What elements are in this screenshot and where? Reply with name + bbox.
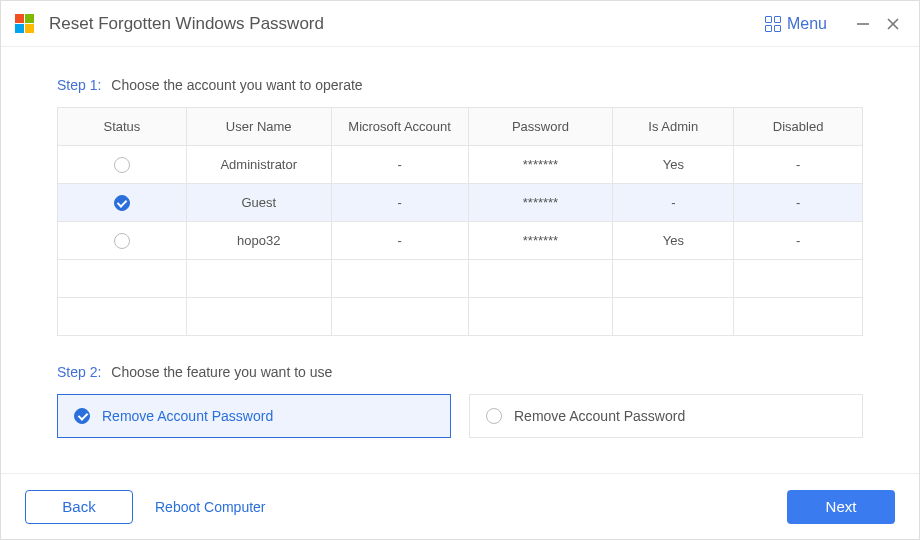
- step1-heading: Step 1: Choose the account you want to o…: [57, 77, 863, 93]
- row-radio[interactable]: [114, 233, 130, 249]
- step2-text: Choose the feature you want to use: [111, 364, 332, 380]
- step1-text: Choose the account you want to operate: [111, 77, 362, 93]
- cell-ms_account: [331, 260, 468, 298]
- back-button[interactable]: Back: [25, 490, 133, 524]
- content-area: Step 1: Choose the account you want to o…: [1, 47, 919, 473]
- col-disabled: Disabled: [734, 108, 863, 146]
- feature-option-0[interactable]: Remove Account Password: [57, 394, 451, 438]
- step2-heading: Step 2: Choose the feature you want to u…: [57, 364, 863, 380]
- close-icon: [886, 17, 900, 31]
- table-row: [58, 260, 863, 298]
- accounts-tbody: Administrator-*******Yes-Guest-*******--…: [58, 146, 863, 336]
- cell-status: [58, 298, 187, 336]
- cell-password: *******: [468, 222, 613, 260]
- reboot-link[interactable]: Reboot Computer: [155, 499, 266, 515]
- app-title: Reset Forgotten Windows Password: [49, 14, 324, 34]
- menu-label: Menu: [787, 15, 827, 33]
- step2-label: Step 2:: [57, 364, 101, 380]
- cell-ms_account: -: [331, 222, 468, 260]
- cell-is_admin: [613, 298, 734, 336]
- cell-status: [58, 146, 187, 184]
- feature-label: Remove Account Password: [102, 408, 273, 424]
- app-window: Reset Forgotten Windows Password Menu St…: [0, 0, 920, 540]
- table-row[interactable]: Administrator-*******Yes-: [58, 146, 863, 184]
- feature-option-1[interactable]: Remove Account Password: [469, 394, 863, 438]
- logo-tile: [25, 24, 34, 33]
- cell-is_admin: -: [613, 184, 734, 222]
- cell-ms_account: -: [331, 184, 468, 222]
- step1-label: Step 1:: [57, 77, 101, 93]
- cell-is_admin: Yes: [613, 222, 734, 260]
- close-button[interactable]: [881, 12, 905, 36]
- cell-username: hopo32: [186, 222, 331, 260]
- table-header-row: Status User Name Microsoft Account Passw…: [58, 108, 863, 146]
- logo-tile: [25, 14, 34, 23]
- app-logo: [15, 14, 35, 34]
- table-row[interactable]: Guest-*******--: [58, 184, 863, 222]
- menu-button[interactable]: Menu: [765, 15, 827, 33]
- cell-disabled: [734, 298, 863, 336]
- cell-disabled: -: [734, 184, 863, 222]
- table-row: [58, 298, 863, 336]
- row-radio[interactable]: [114, 195, 130, 211]
- logo-tile: [15, 24, 24, 33]
- cell-password: [468, 298, 613, 336]
- table-row[interactable]: hopo32-*******Yes-: [58, 222, 863, 260]
- minimize-button[interactable]: [851, 12, 875, 36]
- accounts-table: Status User Name Microsoft Account Passw…: [57, 107, 863, 336]
- cell-password: *******: [468, 184, 613, 222]
- col-username: User Name: [186, 108, 331, 146]
- feature-radio: [74, 408, 90, 424]
- row-radio[interactable]: [114, 157, 130, 173]
- cell-disabled: [734, 260, 863, 298]
- col-password: Password: [468, 108, 613, 146]
- cell-disabled: -: [734, 222, 863, 260]
- feature-label: Remove Account Password: [514, 408, 685, 424]
- cell-username: [186, 260, 331, 298]
- cell-status: [58, 222, 187, 260]
- feature-radio: [486, 408, 502, 424]
- cell-ms_account: -: [331, 146, 468, 184]
- cell-is_admin: Yes: [613, 146, 734, 184]
- col-msaccount: Microsoft Account: [331, 108, 468, 146]
- cell-ms_account: [331, 298, 468, 336]
- titlebar: Reset Forgotten Windows Password Menu: [1, 1, 919, 47]
- cell-username: Guest: [186, 184, 331, 222]
- step2-section: Step 2: Choose the feature you want to u…: [57, 364, 863, 438]
- cell-username: Administrator: [186, 146, 331, 184]
- minimize-icon: [856, 17, 870, 31]
- col-isadmin: Is Admin: [613, 108, 734, 146]
- feature-options: Remove Account PasswordRemove Account Pa…: [57, 394, 863, 438]
- cell-disabled: -: [734, 146, 863, 184]
- cell-is_admin: [613, 260, 734, 298]
- cell-username: [186, 298, 331, 336]
- cell-password: [468, 260, 613, 298]
- cell-status: [58, 184, 187, 222]
- menu-grid-icon: [765, 16, 781, 32]
- cell-password: *******: [468, 146, 613, 184]
- cell-status: [58, 260, 187, 298]
- footer: Back Reboot Computer Next: [1, 473, 919, 539]
- col-status: Status: [58, 108, 187, 146]
- logo-tile: [15, 14, 24, 23]
- next-button[interactable]: Next: [787, 490, 895, 524]
